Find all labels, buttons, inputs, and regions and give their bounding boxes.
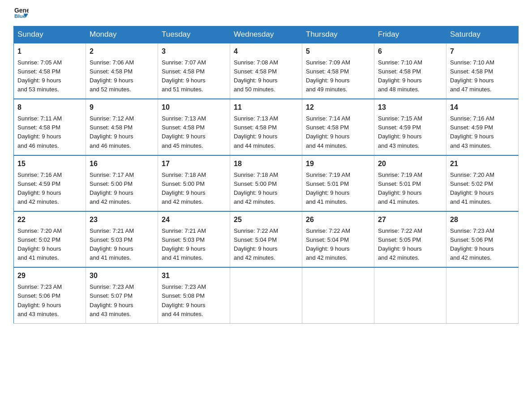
day-info: Sunrise: 7:20 AMSunset: 5:02 PMDaylight:… — [17, 227, 62, 261]
col-header-tuesday: Tuesday — [158, 26, 230, 43]
calendar-cell: 14Sunrise: 7:16 AMSunset: 4:59 PMDayligh… — [446, 99, 519, 155]
calendar-cell: 22Sunrise: 7:20 AMSunset: 5:02 PMDayligh… — [14, 211, 86, 267]
week-row-3: 15Sunrise: 7:16 AMSunset: 4:59 PMDayligh… — [14, 155, 519, 211]
day-info: Sunrise: 7:18 AMSunset: 5:00 PMDaylight:… — [162, 171, 206, 205]
day-info: Sunrise: 7:16 AMSunset: 4:59 PMDaylight:… — [17, 171, 62, 205]
day-number: 16 — [90, 158, 154, 170]
week-row-5: 29Sunrise: 7:23 AMSunset: 5:06 PMDayligh… — [14, 267, 519, 323]
col-header-wednesday: Wednesday — [230, 26, 302, 43]
week-row-1: 1Sunrise: 7:05 AMSunset: 4:58 PMDaylight… — [14, 43, 519, 99]
col-header-monday: Monday — [86, 26, 158, 43]
day-info: Sunrise: 7:18 AMSunset: 5:00 PMDaylight:… — [234, 171, 278, 205]
day-number: 18 — [234, 158, 298, 170]
calendar-table: SundayMondayTuesdayWednesdayThursdayFrid… — [13, 26, 519, 324]
calendar-cell: 2Sunrise: 7:06 AMSunset: 4:58 PMDaylight… — [86, 43, 158, 99]
day-info: Sunrise: 7:17 AMSunset: 5:00 PMDaylight:… — [90, 171, 134, 205]
calendar-cell — [230, 267, 302, 323]
day-number: 24 — [162, 214, 226, 226]
day-info: Sunrise: 7:20 AMSunset: 5:02 PMDaylight:… — [450, 171, 494, 205]
week-row-2: 8Sunrise: 7:11 AMSunset: 4:58 PMDaylight… — [14, 99, 519, 155]
day-info: Sunrise: 7:23 AMSunset: 5:06 PMDaylight:… — [17, 283, 62, 317]
calendar-cell: 11Sunrise: 7:13 AMSunset: 4:58 PMDayligh… — [230, 99, 302, 155]
day-number: 29 — [17, 270, 82, 282]
calendar-cell: 1Sunrise: 7:05 AMSunset: 4:58 PMDaylight… — [14, 43, 86, 99]
day-info: Sunrise: 7:12 AMSunset: 4:58 PMDaylight:… — [90, 115, 134, 149]
day-number: 15 — [17, 158, 82, 170]
calendar-cell — [302, 267, 374, 323]
day-info: Sunrise: 7:22 AMSunset: 5:04 PMDaylight:… — [234, 227, 278, 261]
day-number: 1 — [17, 46, 82, 57]
col-header-thursday: Thursday — [302, 26, 374, 43]
day-info: Sunrise: 7:07 AMSunset: 4:58 PMDaylight:… — [162, 59, 206, 93]
day-info: Sunrise: 7:09 AMSunset: 4:58 PMDaylight:… — [306, 59, 350, 93]
calendar-cell: 26Sunrise: 7:22 AMSunset: 5:04 PMDayligh… — [302, 211, 374, 267]
day-number: 25 — [234, 214, 298, 226]
day-info: Sunrise: 7:23 AMSunset: 5:06 PMDaylight:… — [450, 227, 494, 261]
calendar-cell: 19Sunrise: 7:19 AMSunset: 5:01 PMDayligh… — [302, 155, 374, 211]
day-info: Sunrise: 7:08 AMSunset: 4:58 PMDaylight:… — [234, 59, 278, 93]
calendar-cell: 6Sunrise: 7:10 AMSunset: 4:58 PMDaylight… — [374, 43, 446, 99]
day-number: 27 — [378, 214, 442, 226]
calendar-cell: 18Sunrise: 7:18 AMSunset: 5:00 PMDayligh… — [230, 155, 302, 211]
day-number: 21 — [450, 158, 515, 170]
calendar-cell: 4Sunrise: 7:08 AMSunset: 4:58 PMDaylight… — [230, 43, 302, 99]
calendar-cell: 25Sunrise: 7:22 AMSunset: 5:04 PMDayligh… — [230, 211, 302, 267]
calendar-cell: 9Sunrise: 7:12 AMSunset: 4:58 PMDaylight… — [86, 99, 158, 155]
day-number: 31 — [162, 270, 226, 282]
page-header: General Blue — [13, 9, 519, 21]
col-header-friday: Friday — [374, 26, 446, 43]
day-info: Sunrise: 7:16 AMSunset: 4:59 PMDaylight:… — [450, 115, 494, 149]
week-row-4: 22Sunrise: 7:20 AMSunset: 5:02 PMDayligh… — [14, 211, 519, 267]
day-info: Sunrise: 7:21 AMSunset: 5:03 PMDaylight:… — [162, 227, 206, 261]
calendar-cell: 29Sunrise: 7:23 AMSunset: 5:06 PMDayligh… — [14, 267, 86, 323]
day-number: 6 — [378, 46, 442, 57]
day-info: Sunrise: 7:14 AMSunset: 4:58 PMDaylight:… — [306, 115, 350, 149]
day-info: Sunrise: 7:23 AMSunset: 5:07 PMDaylight:… — [90, 283, 134, 317]
calendar-cell: 13Sunrise: 7:15 AMSunset: 4:59 PMDayligh… — [374, 99, 446, 155]
calendar-cell: 28Sunrise: 7:23 AMSunset: 5:06 PMDayligh… — [446, 211, 519, 267]
logo: General Blue — [13, 9, 29, 21]
day-number: 30 — [90, 270, 154, 282]
calendar-cell: 12Sunrise: 7:14 AMSunset: 4:58 PMDayligh… — [302, 99, 374, 155]
day-number: 13 — [378, 102, 442, 113]
calendar-cell: 27Sunrise: 7:22 AMSunset: 5:05 PMDayligh… — [374, 211, 446, 267]
day-info: Sunrise: 7:21 AMSunset: 5:03 PMDaylight:… — [90, 227, 134, 261]
calendar-cell: 23Sunrise: 7:21 AMSunset: 5:03 PMDayligh… — [86, 211, 158, 267]
calendar-cell: 10Sunrise: 7:13 AMSunset: 4:58 PMDayligh… — [158, 99, 230, 155]
day-info: Sunrise: 7:19 AMSunset: 5:01 PMDaylight:… — [306, 171, 350, 205]
day-number: 20 — [378, 158, 442, 170]
day-info: Sunrise: 7:23 AMSunset: 5:08 PMDaylight:… — [162, 283, 206, 317]
calendar-cell: 5Sunrise: 7:09 AMSunset: 4:58 PMDaylight… — [302, 43, 374, 99]
calendar-cell — [374, 267, 446, 323]
day-number: 11 — [234, 102, 298, 113]
day-number: 23 — [90, 214, 154, 226]
day-number: 4 — [234, 46, 298, 57]
day-info: Sunrise: 7:10 AMSunset: 4:58 PMDaylight:… — [450, 59, 494, 93]
calendar-cell: 31Sunrise: 7:23 AMSunset: 5:08 PMDayligh… — [158, 267, 230, 323]
day-number: 8 — [17, 102, 82, 113]
calendar-cell: 17Sunrise: 7:18 AMSunset: 5:00 PMDayligh… — [158, 155, 230, 211]
day-info: Sunrise: 7:13 AMSunset: 4:58 PMDaylight:… — [162, 115, 206, 149]
day-number: 10 — [162, 102, 226, 113]
calendar-cell: 15Sunrise: 7:16 AMSunset: 4:59 PMDayligh… — [14, 155, 86, 211]
day-number: 5 — [306, 46, 370, 57]
day-number: 14 — [450, 102, 515, 113]
calendar-cell: 3Sunrise: 7:07 AMSunset: 4:58 PMDaylight… — [158, 43, 230, 99]
day-info: Sunrise: 7:19 AMSunset: 5:01 PMDaylight:… — [378, 171, 422, 205]
day-info: Sunrise: 7:22 AMSunset: 5:04 PMDaylight:… — [306, 227, 350, 261]
day-number: 12 — [306, 102, 370, 113]
calendar-cell: 21Sunrise: 7:20 AMSunset: 5:02 PMDayligh… — [446, 155, 519, 211]
calendar-cell: 24Sunrise: 7:21 AMSunset: 5:03 PMDayligh… — [158, 211, 230, 267]
day-number: 22 — [17, 214, 82, 226]
col-header-sunday: Sunday — [14, 26, 86, 43]
day-number: 7 — [450, 46, 515, 57]
day-number: 9 — [90, 102, 154, 113]
day-info: Sunrise: 7:06 AMSunset: 4:58 PMDaylight:… — [90, 59, 134, 93]
calendar-cell: 8Sunrise: 7:11 AMSunset: 4:58 PMDaylight… — [14, 99, 86, 155]
day-number: 26 — [306, 214, 370, 226]
day-info: Sunrise: 7:15 AMSunset: 4:59 PMDaylight:… — [378, 115, 422, 149]
calendar-cell: 16Sunrise: 7:17 AMSunset: 5:00 PMDayligh… — [86, 155, 158, 211]
day-info: Sunrise: 7:22 AMSunset: 5:05 PMDaylight:… — [378, 227, 422, 261]
day-info: Sunrise: 7:05 AMSunset: 4:58 PMDaylight:… — [17, 59, 62, 93]
calendar-cell: 20Sunrise: 7:19 AMSunset: 5:01 PMDayligh… — [374, 155, 446, 211]
